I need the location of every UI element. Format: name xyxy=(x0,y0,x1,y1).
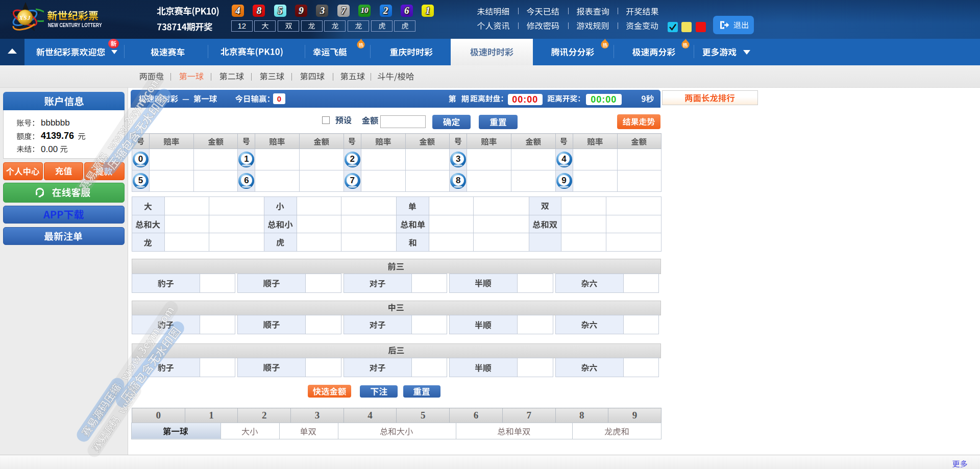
svg-text:XSJ: XSJ xyxy=(19,15,31,21)
